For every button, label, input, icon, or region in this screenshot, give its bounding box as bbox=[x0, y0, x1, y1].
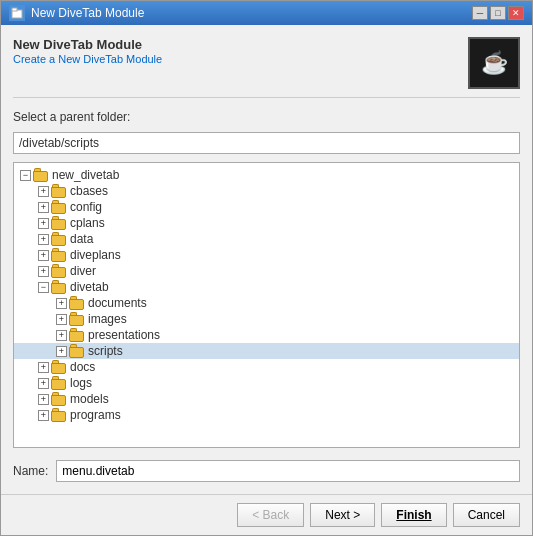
tree-expander-programs[interactable]: + bbox=[38, 410, 49, 421]
window-controls[interactable]: ─ □ ✕ bbox=[472, 6, 524, 20]
name-label: Name: bbox=[13, 464, 48, 478]
next-button[interactable]: Next > bbox=[310, 503, 375, 527]
tree-expander-config[interactable]: + bbox=[38, 202, 49, 213]
logo-icon: ☕ bbox=[468, 37, 520, 89]
tree-label-data: data bbox=[70, 232, 93, 246]
folder-icon-images bbox=[69, 312, 85, 326]
dialog-title: New DiveTab Module bbox=[13, 37, 162, 52]
folder-icon-documents bbox=[69, 296, 85, 310]
tree-label-docs: docs bbox=[70, 360, 95, 374]
tree-expander-presentations[interactable]: + bbox=[56, 330, 67, 341]
tree-expander-docs[interactable]: + bbox=[38, 362, 49, 373]
dialog-window: New DiveTab Module ─ □ ✕ New DiveTab Mod… bbox=[0, 0, 533, 536]
tree-expander-cbases[interactable]: + bbox=[38, 186, 49, 197]
tree-item-divetab[interactable]: −divetab bbox=[14, 279, 519, 295]
tree-label-cbases: cbases bbox=[70, 184, 108, 198]
folder-icon-logs bbox=[51, 376, 67, 390]
folder-icon-divetab bbox=[51, 280, 67, 294]
tree-label-presentations: presentations bbox=[88, 328, 160, 342]
tree-label-documents: documents bbox=[88, 296, 147, 310]
folder-icon-programs bbox=[51, 408, 67, 422]
svg-rect-1 bbox=[12, 8, 17, 11]
name-input[interactable] bbox=[56, 460, 520, 482]
tree-item-diver[interactable]: +diver bbox=[14, 263, 519, 279]
tree-scroll[interactable]: −new_divetab+cbases+config+cplans+data+d… bbox=[14, 163, 519, 447]
tree-expander-new_divetab[interactable]: − bbox=[20, 170, 31, 181]
tree-label-cplans: cplans bbox=[70, 216, 105, 230]
footer: < Back Next > Finish Cancel bbox=[1, 494, 532, 535]
tree-item-config[interactable]: +config bbox=[14, 199, 519, 215]
folder-icon-diver bbox=[51, 264, 67, 278]
tree-label-divetab: divetab bbox=[70, 280, 109, 294]
tree-item-docs[interactable]: +docs bbox=[14, 359, 519, 375]
folder-label: Select a parent folder: bbox=[13, 110, 520, 124]
tree-item-data[interactable]: +data bbox=[14, 231, 519, 247]
tree-label-models: models bbox=[70, 392, 109, 406]
tree-item-diveplans[interactable]: +diveplans bbox=[14, 247, 519, 263]
back-button[interactable]: < Back bbox=[237, 503, 304, 527]
window-title: New DiveTab Module bbox=[31, 6, 144, 20]
tree-label-diveplans: diveplans bbox=[70, 248, 121, 262]
folder-icon-config bbox=[51, 200, 67, 214]
tree-label-config: config bbox=[70, 200, 102, 214]
tree-expander-cplans[interactable]: + bbox=[38, 218, 49, 229]
cancel-button[interactable]: Cancel bbox=[453, 503, 520, 527]
tree-item-programs[interactable]: +programs bbox=[14, 407, 519, 423]
folder-icon-data bbox=[51, 232, 67, 246]
window-icon bbox=[9, 5, 25, 21]
name-section: Name: bbox=[13, 460, 520, 482]
tree-container: −new_divetab+cbases+config+cplans+data+d… bbox=[13, 162, 520, 448]
folder-icon-cbases bbox=[51, 184, 67, 198]
tree-label-new_divetab: new_divetab bbox=[52, 168, 119, 182]
tree-label-images: images bbox=[88, 312, 127, 326]
tree-item-logs[interactable]: +logs bbox=[14, 375, 519, 391]
tree-item-cplans[interactable]: +cplans bbox=[14, 215, 519, 231]
tree-label-logs: logs bbox=[70, 376, 92, 390]
tree-expander-logs[interactable]: + bbox=[38, 378, 49, 389]
tree-item-images[interactable]: +images bbox=[14, 311, 519, 327]
close-button[interactable]: ✕ bbox=[508, 6, 524, 20]
folder-icon-docs bbox=[51, 360, 67, 374]
path-input[interactable] bbox=[13, 132, 520, 154]
tree-item-new_divetab[interactable]: −new_divetab bbox=[14, 167, 519, 183]
main-content: New DiveTab Module Create a New DiveTab … bbox=[1, 25, 532, 494]
folder-icon-models bbox=[51, 392, 67, 406]
tree-item-scripts[interactable]: +scripts bbox=[14, 343, 519, 359]
folder-icon-presentations bbox=[69, 328, 85, 342]
tree-item-presentations[interactable]: +presentations bbox=[14, 327, 519, 343]
title-bar: New DiveTab Module ─ □ ✕ bbox=[1, 1, 532, 25]
tree-expander-data[interactable]: + bbox=[38, 234, 49, 245]
folder-icon-cplans bbox=[51, 216, 67, 230]
maximize-button[interactable]: □ bbox=[490, 6, 506, 20]
tree-expander-divetab[interactable]: − bbox=[38, 282, 49, 293]
tree-label-programs: programs bbox=[70, 408, 121, 422]
tree-expander-models[interactable]: + bbox=[38, 394, 49, 405]
tree-item-documents[interactable]: +documents bbox=[14, 295, 519, 311]
folder-icon-new_divetab bbox=[33, 168, 49, 182]
tree-item-cbases[interactable]: +cbases bbox=[14, 183, 519, 199]
title-bar-left: New DiveTab Module bbox=[9, 5, 144, 21]
dialog-subtitle[interactable]: Create a New DiveTab Module bbox=[13, 53, 162, 65]
minimize-button[interactable]: ─ bbox=[472, 6, 488, 20]
folder-icon-scripts bbox=[69, 344, 85, 358]
tree-expander-documents[interactable]: + bbox=[56, 298, 67, 309]
header-text: New DiveTab Module Create a New DiveTab … bbox=[13, 37, 162, 66]
tree-item-models[interactable]: +models bbox=[14, 391, 519, 407]
tree-expander-diver[interactable]: + bbox=[38, 266, 49, 277]
tree-expander-scripts[interactable]: + bbox=[56, 346, 67, 357]
tree-expander-images[interactable]: + bbox=[56, 314, 67, 325]
tree-label-scripts: scripts bbox=[88, 344, 123, 358]
tree-expander-diveplans[interactable]: + bbox=[38, 250, 49, 261]
folder-icon-diveplans bbox=[51, 248, 67, 262]
header-section: New DiveTab Module Create a New DiveTab … bbox=[13, 37, 520, 98]
finish-button[interactable]: Finish bbox=[381, 503, 446, 527]
tree-label-diver: diver bbox=[70, 264, 96, 278]
